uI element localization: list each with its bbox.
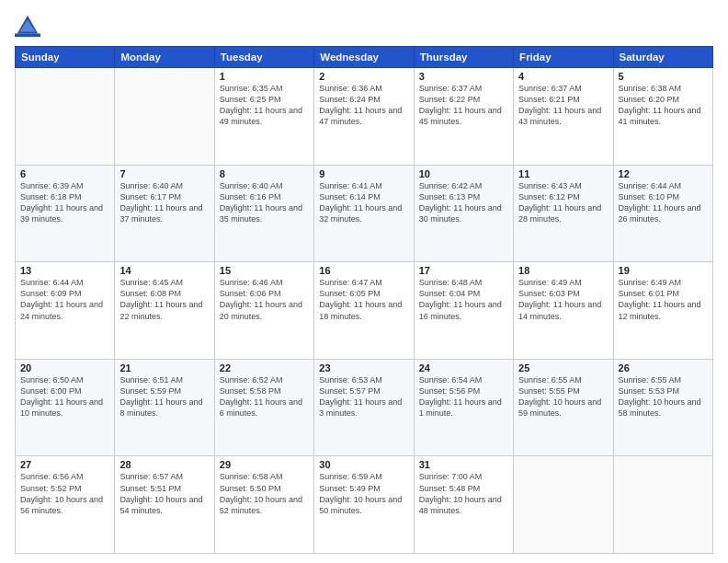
day-detail: Sunrise: 6:47 AM Sunset: 6:05 PM Dayligh…	[319, 277, 408, 322]
calendar-cell: 2Sunrise: 6:36 AM Sunset: 6:24 PM Daylig…	[314, 68, 414, 166]
day-detail: Sunrise: 6:44 AM Sunset: 6:09 PM Dayligh…	[20, 277, 109, 322]
calendar-cell	[16, 68, 115, 166]
day-number: 25	[518, 362, 608, 373]
calendar-cell: 29Sunrise: 6:58 AM Sunset: 5:50 PM Dayli…	[214, 456, 313, 554]
calendar-cell: 20Sunrise: 6:50 AM Sunset: 6:00 PM Dayli…	[16, 359, 115, 456]
week-row-3: 13Sunrise: 6:44 AM Sunset: 6:09 PM Dayli…	[16, 262, 713, 360]
day-detail: Sunrise: 6:37 AM Sunset: 6:21 PM Dayligh…	[518, 83, 608, 128]
calendar-cell: 28Sunrise: 6:57 AM Sunset: 5:51 PM Dayli…	[115, 456, 214, 554]
day-detail: Sunrise: 6:49 AM Sunset: 6:03 PM Dayligh…	[518, 277, 608, 322]
calendar-cell: 8Sunrise: 6:40 AM Sunset: 6:16 PM Daylig…	[214, 165, 313, 262]
calendar-cell: 21Sunrise: 6:51 AM Sunset: 5:59 PM Dayli…	[115, 359, 214, 456]
day-number: 11	[518, 168, 608, 179]
calendar-cell: 30Sunrise: 6:59 AM Sunset: 5:49 PM Dayli…	[314, 456, 414, 554]
day-number: 19	[619, 265, 708, 276]
day-detail: Sunrise: 6:59 AM Sunset: 5:49 PM Dayligh…	[319, 471, 408, 516]
day-detail: Sunrise: 6:50 AM Sunset: 6:00 PM Dayligh…	[20, 374, 109, 419]
day-number: 2	[319, 71, 408, 82]
week-row-2: 6Sunrise: 6:39 AM Sunset: 6:18 PM Daylig…	[16, 165, 713, 262]
day-detail: Sunrise: 6:43 AM Sunset: 6:12 PM Dayligh…	[518, 180, 608, 225]
day-number: 13	[20, 265, 109, 276]
day-detail: Sunrise: 7:00 AM Sunset: 5:48 PM Dayligh…	[419, 471, 508, 516]
day-number: 18	[518, 265, 608, 276]
weekday-header-tuesday: Tuesday	[214, 47, 313, 68]
calendar-cell: 18Sunrise: 6:49 AM Sunset: 6:03 PM Dayli…	[514, 262, 613, 360]
calendar-cell: 27Sunrise: 6:56 AM Sunset: 5:52 PM Dayli…	[16, 456, 115, 554]
header	[15, 13, 713, 39]
day-number: 1	[220, 71, 309, 82]
calendar-cell: 11Sunrise: 6:43 AM Sunset: 6:12 PM Dayli…	[514, 165, 613, 262]
day-number: 17	[419, 265, 508, 276]
calendar-cell	[115, 68, 214, 166]
calendar-cell: 4Sunrise: 6:37 AM Sunset: 6:21 PM Daylig…	[514, 68, 613, 166]
svg-rect-2	[15, 33, 40, 37]
day-number: 4	[518, 71, 608, 82]
calendar-cell: 22Sunrise: 6:52 AM Sunset: 5:58 PM Dayli…	[214, 359, 313, 456]
day-detail: Sunrise: 6:42 AM Sunset: 6:13 PM Dayligh…	[419, 180, 508, 225]
calendar-cell: 26Sunrise: 6:55 AM Sunset: 5:53 PM Dayli…	[613, 359, 712, 456]
day-number: 24	[419, 362, 508, 373]
day-number: 22	[220, 362, 309, 373]
calendar-cell: 6Sunrise: 6:39 AM Sunset: 6:18 PM Daylig…	[16, 165, 115, 262]
day-detail: Sunrise: 6:35 AM Sunset: 6:25 PM Dayligh…	[220, 83, 309, 128]
day-detail: Sunrise: 6:37 AM Sunset: 6:22 PM Dayligh…	[419, 83, 508, 128]
day-detail: Sunrise: 6:48 AM Sunset: 6:04 PM Dayligh…	[419, 277, 508, 322]
day-number: 12	[619, 168, 708, 179]
calendar-cell	[514, 456, 613, 554]
day-number: 21	[119, 362, 209, 373]
day-number: 28	[119, 459, 209, 470]
day-detail: Sunrise: 6:38 AM Sunset: 6:20 PM Dayligh…	[619, 83, 708, 128]
week-row-5: 27Sunrise: 6:56 AM Sunset: 5:52 PM Dayli…	[16, 456, 713, 554]
calendar-cell: 5Sunrise: 6:38 AM Sunset: 6:20 PM Daylig…	[613, 68, 712, 166]
day-number: 31	[419, 459, 508, 470]
day-detail: Sunrise: 6:36 AM Sunset: 6:24 PM Dayligh…	[319, 83, 408, 128]
day-detail: Sunrise: 6:40 AM Sunset: 6:17 PM Dayligh…	[119, 180, 209, 225]
day-detail: Sunrise: 6:55 AM Sunset: 5:53 PM Dayligh…	[619, 374, 708, 419]
day-number: 14	[119, 265, 209, 276]
day-detail: Sunrise: 6:56 AM Sunset: 5:52 PM Dayligh…	[20, 471, 109, 516]
day-number: 7	[119, 168, 209, 179]
calendar-cell: 15Sunrise: 6:46 AM Sunset: 6:06 PM Dayli…	[214, 262, 313, 360]
day-detail: Sunrise: 6:55 AM Sunset: 5:55 PM Dayligh…	[518, 374, 608, 419]
day-detail: Sunrise: 6:51 AM Sunset: 5:59 PM Dayligh…	[119, 374, 209, 419]
day-detail: Sunrise: 6:53 AM Sunset: 5:57 PM Dayligh…	[319, 374, 408, 419]
calendar-cell: 24Sunrise: 6:54 AM Sunset: 5:56 PM Dayli…	[414, 359, 513, 456]
weekday-header-wednesday: Wednesday	[314, 47, 414, 68]
day-detail: Sunrise: 6:49 AM Sunset: 6:01 PM Dayligh…	[619, 277, 708, 322]
day-number: 3	[419, 71, 508, 82]
calendar-cell: 10Sunrise: 6:42 AM Sunset: 6:13 PM Dayli…	[414, 165, 513, 262]
weekday-header-row: SundayMondayTuesdayWednesdayThursdayFrid…	[16, 47, 713, 68]
day-detail: Sunrise: 6:39 AM Sunset: 6:18 PM Dayligh…	[20, 180, 109, 225]
day-number: 29	[220, 459, 309, 470]
day-number: 20	[20, 362, 109, 373]
day-detail: Sunrise: 6:45 AM Sunset: 6:08 PM Dayligh…	[119, 277, 209, 322]
calendar-cell: 7Sunrise: 6:40 AM Sunset: 6:17 PM Daylig…	[115, 165, 214, 262]
calendar-table: SundayMondayTuesdayWednesdayThursdayFrid…	[15, 46, 713, 554]
calendar-cell: 13Sunrise: 6:44 AM Sunset: 6:09 PM Dayli…	[16, 262, 115, 360]
day-number: 6	[20, 168, 109, 179]
day-detail: Sunrise: 6:57 AM Sunset: 5:51 PM Dayligh…	[119, 471, 209, 516]
day-detail: Sunrise: 6:52 AM Sunset: 5:58 PM Dayligh…	[220, 374, 309, 419]
day-number: 26	[619, 362, 708, 373]
calendar-cell: 3Sunrise: 6:37 AM Sunset: 6:22 PM Daylig…	[414, 68, 513, 166]
day-number: 16	[319, 265, 408, 276]
day-number: 9	[319, 168, 408, 179]
calendar-cell: 9Sunrise: 6:41 AM Sunset: 6:14 PM Daylig…	[314, 165, 414, 262]
week-row-1: 1Sunrise: 6:35 AM Sunset: 6:25 PM Daylig…	[16, 68, 713, 166]
week-row-4: 20Sunrise: 6:50 AM Sunset: 6:00 PM Dayli…	[16, 359, 713, 456]
day-number: 23	[319, 362, 408, 373]
day-number: 27	[20, 459, 109, 470]
logo	[15, 13, 44, 39]
weekday-header-friday: Friday	[514, 47, 613, 68]
calendar-cell	[613, 456, 712, 554]
calendar-cell: 19Sunrise: 6:49 AM Sunset: 6:01 PM Dayli…	[613, 262, 712, 360]
calendar-cell: 31Sunrise: 7:00 AM Sunset: 5:48 PM Dayli…	[414, 456, 513, 554]
calendar-cell: 14Sunrise: 6:45 AM Sunset: 6:08 PM Dayli…	[115, 262, 214, 360]
day-detail: Sunrise: 6:58 AM Sunset: 5:50 PM Dayligh…	[220, 471, 309, 516]
calendar-cell: 25Sunrise: 6:55 AM Sunset: 5:55 PM Dayli…	[514, 359, 613, 456]
page: SundayMondayTuesdayWednesdayThursdayFrid…	[0, 0, 728, 563]
day-number: 5	[619, 71, 708, 82]
day-number: 15	[220, 265, 309, 276]
calendar-cell: 23Sunrise: 6:53 AM Sunset: 5:57 PM Dayli…	[314, 359, 414, 456]
day-detail: Sunrise: 6:41 AM Sunset: 6:14 PM Dayligh…	[319, 180, 408, 225]
